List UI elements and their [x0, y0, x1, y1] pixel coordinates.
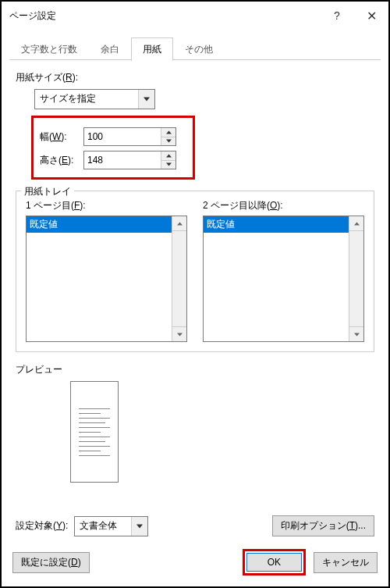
width-input[interactable] — [84, 128, 161, 145]
apply-to-value: 文書全体 — [75, 517, 131, 536]
paper-size-combobox[interactable]: サイズを指定 — [34, 89, 155, 109]
size-fields-highlight: 幅(W): 高さ(E): — [31, 116, 195, 180]
tab-other[interactable]: その他 — [173, 37, 225, 61]
width-label: 幅(W): — [40, 130, 83, 144]
scroll-down-icon[interactable] — [172, 326, 186, 341]
tab-grid[interactable]: 文字数と行数 — [9, 37, 89, 61]
scroll-up-icon[interactable] — [349, 216, 363, 231]
width-spinner[interactable] — [83, 127, 176, 146]
dialog-footer: 既定に設定(D) OK キャンセル — [2, 541, 388, 586]
print-options-button[interactable]: 印刷オプション(T)... — [272, 515, 374, 536]
help-button[interactable]: ? — [320, 2, 354, 30]
other-pages-tray-label: 2 ページ目以降(O): — [203, 199, 364, 212]
scrollbar[interactable] — [349, 216, 363, 341]
list-item[interactable]: 既定値 — [204, 216, 349, 233]
preview-pane — [70, 381, 119, 483]
apply-to-combobox[interactable]: 文書全体 — [74, 516, 148, 536]
height-up-button[interactable] — [161, 151, 176, 161]
dialog-body: 用紙サイズ(R): サイズを指定 幅(W): — [2, 60, 388, 541]
page-setup-dialog: ページ設定 ? ✕ 文字数と行数 余白 用紙 その他 用紙サイズ(R): サイズ… — [0, 0, 390, 588]
titlebar: ページ設定 ? ✕ — [2, 2, 388, 30]
first-page-tray-listbox[interactable]: 既定値 — [26, 216, 187, 342]
height-input[interactable] — [84, 151, 161, 169]
tab-paper[interactable]: 用紙 — [131, 37, 173, 61]
height-label: 高さ(E): — [40, 154, 83, 167]
tab-bar: 文字数と行数 余白 用紙 その他 — [9, 36, 381, 60]
other-pages-tray-listbox[interactable]: 既定値 — [203, 216, 364, 342]
list-item[interactable]: 既定値 — [27, 216, 172, 233]
ok-button-highlight: OK — [243, 549, 306, 576]
chevron-down-icon — [138, 90, 154, 109]
paper-tray-legend: 用紙トレイ — [21, 185, 74, 198]
scroll-down-icon[interactable] — [349, 326, 363, 341]
height-down-button[interactable] — [161, 161, 176, 169]
first-page-tray-label: 1 ページ目(F): — [26, 199, 187, 212]
chevron-down-icon — [131, 517, 147, 536]
cancel-button[interactable]: キャンセル — [314, 552, 378, 573]
preview-page-icon — [79, 390, 110, 474]
width-up-button[interactable] — [161, 128, 176, 137]
scroll-up-icon[interactable] — [172, 216, 186, 231]
ok-button[interactable]: OK — [246, 553, 302, 572]
paper-size-label: 用紙サイズ(R): — [16, 71, 374, 84]
height-spinner[interactable] — [83, 151, 176, 169]
preview-label: プレビュー — [16, 363, 374, 376]
scrollbar[interactable] — [172, 216, 186, 341]
paper-tray-group: 用紙トレイ 1 ページ目(F): 既定値 — [16, 191, 374, 352]
tab-margins[interactable]: 余白 — [89, 37, 131, 61]
window-title: ページ設定 — [9, 9, 320, 23]
set-default-button[interactable]: 既定に設定(D) — [12, 552, 90, 573]
close-button[interactable]: ✕ — [354, 2, 388, 30]
paper-size-value: サイズを指定 — [35, 90, 138, 109]
width-down-button[interactable] — [161, 137, 176, 146]
apply-to-label: 設定対象(Y): — [16, 519, 68, 533]
